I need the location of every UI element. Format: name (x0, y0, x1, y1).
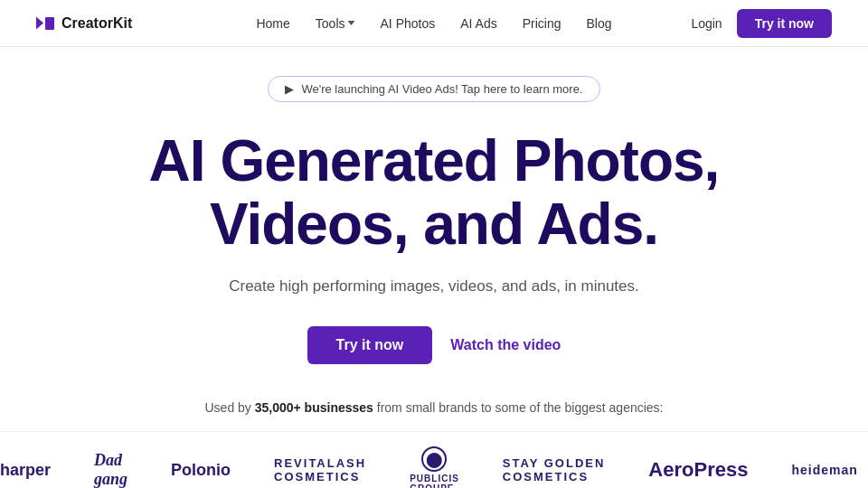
nav-links: Home Tools AI Photos AI Ads Pricing Blog (256, 15, 611, 32)
social-proof-text: Used by 35,000+ businesses from small br… (0, 400, 868, 415)
nav-actions: Login Try it now (691, 9, 832, 38)
nav-ai-photos[interactable]: AI Photos (381, 16, 436, 31)
navbar: CreatorKit Home Tools AI Photos AI Ads P… (0, 0, 868, 47)
list-item: ⬤ PUBLICISGROUPE (410, 446, 459, 488)
list-item: harper (0, 461, 51, 480)
cta-row: Try it now Watch the video (36, 326, 832, 364)
hero-section: AI Generated Photos, Videos, and Ads. Cr… (0, 120, 868, 364)
logo-icon (36, 16, 56, 31)
list-item: AeroPress (648, 458, 748, 482)
nav-pricing[interactable]: Pricing (523, 16, 561, 31)
hero-try-button[interactable]: Try it now (307, 326, 433, 364)
list-item: REVITALASHCOSMETICS (274, 456, 366, 483)
login-link[interactable]: Login (691, 16, 722, 31)
nav-blog[interactable]: Blog (586, 16, 611, 31)
nav-tools[interactable]: Tools (316, 16, 355, 31)
logo-text: CreatorKit (61, 15, 132, 32)
chevron-down-icon (348, 21, 355, 25)
hero-title: AI Generated Photos, Videos, and Ads. (36, 129, 832, 257)
announcement-text: We're launching AI Video Ads! Tap here t… (301, 82, 582, 96)
announcement-pill[interactable]: ▶ We're launching AI Video Ads! Tap here… (268, 76, 599, 102)
logos-inner: harper Dadgang Polonio REVITALASHCOSMETI… (0, 446, 868, 488)
list-item: Polonio (171, 461, 231, 480)
nav-ai-ads[interactable]: AI Ads (460, 16, 496, 31)
list-item: STAY GOLDENCOSMETICS (503, 456, 606, 483)
nav-home[interactable]: Home (256, 16, 289, 31)
video-icon: ▶ (285, 82, 294, 96)
list-item: heideman (791, 463, 857, 477)
announcement-banner: ▶ We're launching AI Video Ads! Tap here… (0, 76, 868, 102)
logos-strip: harper Dadgang Polonio REVITALASHCOSMETI… (0, 431, 868, 488)
nav-try-button[interactable]: Try it now (737, 9, 832, 38)
list-item: Dadgang (94, 451, 127, 488)
hero-subtitle: Create high performing images, videos, a… (36, 275, 832, 298)
logo[interactable]: CreatorKit (36, 15, 132, 32)
watch-video-link[interactable]: Watch the video (450, 337, 561, 353)
social-proof: Used by 35,000+ businesses from small br… (0, 400, 868, 415)
